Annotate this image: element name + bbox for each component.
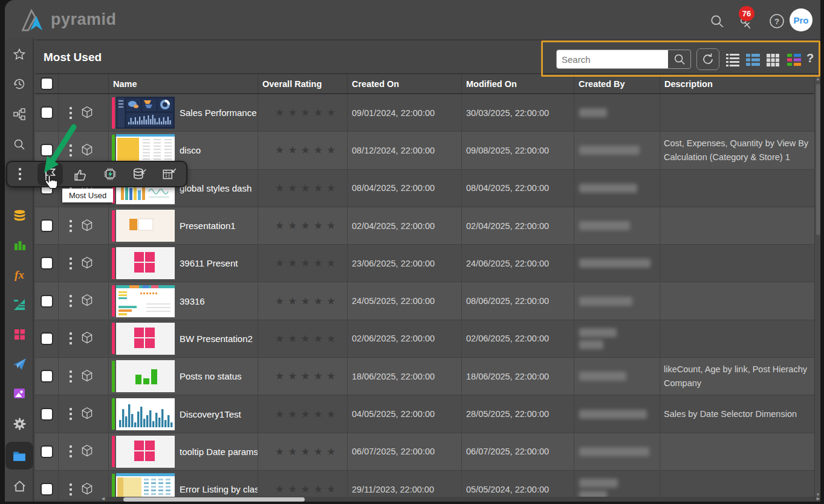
sidebar-content-folder-icon[interactable] — [5, 442, 33, 469]
flyout-more-kebab-icon[interactable] — [7, 163, 33, 186]
row-menu-kebab-icon[interactable] — [70, 370, 72, 383]
table-row[interactable]: Error Listing by class ★★★★★ 29/11/2023,… — [35, 471, 814, 499]
column-modified-on[interactable]: Modified On — [462, 74, 574, 93]
column-created-by[interactable]: Created By — [574, 74, 660, 93]
sidebar-favorites-star-icon[interactable] — [5, 41, 33, 68]
detail-view-icon-active[interactable] — [745, 53, 761, 67]
item-name[interactable]: Sales Performance — [180, 108, 257, 118]
sidebar-recent-history-icon[interactable] — [5, 71, 33, 97]
table-row[interactable]: 39611 Present ★★★★★ 23/06/2025, 22:00:00… — [35, 245, 814, 282]
model-cube-icon[interactable] — [79, 482, 95, 497]
item-thumbnail[interactable] — [116, 398, 175, 430]
row-checkbox[interactable] — [41, 257, 53, 270]
item-thumbnail[interactable] — [116, 210, 175, 242]
scroll-left-arrow[interactable]: ◄ — [100, 496, 106, 502]
table-row[interactable]: tooltip Date params ★★★★★ 06/07/2025, 22… — [35, 433, 814, 471]
model-cube-icon[interactable] — [79, 293, 95, 309]
row-menu-kebab-icon[interactable] — [70, 295, 72, 307]
item-name[interactable]: Posts no status — [180, 371, 242, 381]
item-thumbnail[interactable] — [116, 473, 175, 499]
item-name[interactable]: disco — [180, 145, 201, 155]
flyout-ai-chip-icon[interactable] — [97, 163, 123, 186]
horizontal-scroll-thumb[interactable] — [123, 497, 305, 502]
row-menu-kebab-icon[interactable] — [70, 483, 72, 496]
sidebar-formulate-fx-icon[interactable]: fx — [5, 262, 33, 288]
row-menu-kebab-icon[interactable] — [70, 107, 72, 119]
row-menu-kebab-icon[interactable] — [70, 445, 72, 457]
table-row[interactable]: Sales Performance ★★★★★ 09/01/2024, 22:0… — [35, 94, 814, 132]
row-checkbox[interactable] — [41, 445, 53, 458]
row-menu-kebab-icon[interactable] — [70, 257, 72, 270]
search-submit-button[interactable] — [668, 50, 690, 68]
column-description[interactable]: Description — [660, 74, 814, 93]
row-checkbox[interactable] — [41, 332, 53, 345]
item-thumbnail[interactable] — [116, 247, 175, 279]
rating-stars[interactable]: ★★★★★ — [275, 257, 339, 270]
flyout-likes-thumb-icon[interactable] — [67, 163, 92, 186]
table-row[interactable]: Discovery1Test ★★★★★ 04/05/2025, 22:00:0… — [35, 395, 814, 433]
vertical-scrollbar[interactable]: ▲ ▼ — [814, 74, 820, 499]
rating-stars[interactable]: ★★★★★ — [275, 483, 339, 496]
row-checkbox[interactable] — [41, 483, 53, 496]
search-input[interactable] — [557, 50, 668, 68]
item-name[interactable]: Presentation1 — [180, 221, 236, 231]
model-cube-icon[interactable] — [79, 406, 95, 422]
column-created-on[interactable]: Created On — [348, 74, 462, 93]
row-menu-kebab-icon[interactable] — [70, 220, 72, 232]
flyout-most-used-flag-icon[interactable] — [37, 163, 63, 186]
sidebar-home-icon[interactable] — [5, 473, 33, 499]
row-checkbox[interactable] — [41, 144, 53, 157]
rating-stars[interactable]: ★★★★★ — [275, 219, 339, 232]
scroll-right-arrow[interactable]: ► — [816, 496, 820, 502]
rating-stars[interactable]: ★★★★★ — [275, 295, 339, 308]
rating-stars[interactable]: ★★★★★ — [275, 332, 339, 345]
model-cube-icon[interactable] — [79, 369, 95, 384]
table-row[interactable]: 39316 ★★★★★ 24/05/2025, 22:00:00 08/06/2… — [35, 282, 814, 320]
pro-avatar[interactable]: Pro — [790, 8, 813, 31]
flyout-table-arrow-icon[interactable] — [157, 163, 182, 186]
item-thumbnail[interactable] — [116, 323, 175, 355]
item-name[interactable]: tooltip Date params — [180, 447, 258, 457]
model-cube-icon[interactable] — [79, 444, 95, 459]
item-name[interactable]: 39316 — [180, 296, 205, 306]
table-row[interactable]: Posts no status ★★★★★ 18/06/2025, 22:00:… — [35, 358, 814, 395]
sidebar-model-database-icon[interactable] — [5, 202, 33, 229]
scroll-up-arrow[interactable]: ▲ — [815, 76, 820, 82]
row-menu-kebab-icon[interactable] — [70, 144, 72, 157]
sidebar-present-grid-icon[interactable] — [5, 321, 33, 347]
item-name[interactable]: Error Listing by class — [180, 484, 258, 494]
sidebar-publish-plane-icon[interactable] — [5, 351, 33, 377]
topbar-help-icon[interactable]: ? — [767, 11, 787, 31]
grid-view-icon[interactable] — [765, 53, 780, 67]
rating-stars[interactable]: ★★★★★ — [275, 182, 339, 195]
row-menu-kebab-icon[interactable] — [70, 408, 72, 420]
model-cube-icon[interactable] — [79, 331, 95, 346]
row-checkbox[interactable] — [41, 106, 53, 119]
model-cube-icon[interactable] — [79, 218, 95, 234]
sidebar-illustrate-image-icon[interactable] — [5, 380, 33, 407]
topbar-search-icon[interactable] — [707, 11, 727, 31]
flyout-database-arrow-icon[interactable] — [127, 163, 152, 186]
item-thumbnail[interactable] — [116, 436, 175, 468]
table-row[interactable]: Presentation1 ★★★★★ 02/04/2025, 22:00:00… — [35, 207, 814, 245]
item-name[interactable]: global styles dash — [180, 183, 251, 193]
table-row[interactable]: BW Presentation2 ★★★★★ 02/06/2025, 22:00… — [35, 320, 814, 358]
sidebar-discover-bars-icon[interactable] — [5, 232, 33, 259]
refresh-button[interactable] — [696, 48, 719, 70]
item-thumbnail[interactable] — [116, 97, 175, 129]
vertical-scroll-thumb[interactable] — [816, 84, 820, 235]
column-name[interactable]: Name — [109, 74, 258, 93]
sidebar-search-icon[interactable] — [5, 131, 33, 158]
horizontal-scrollbar[interactable] — [106, 497, 820, 502]
row-menu-kebab-icon[interactable] — [70, 332, 72, 344]
sidebar-tabulate-icon[interactable] — [5, 291, 33, 318]
rating-stars[interactable]: ★★★★★ — [275, 445, 339, 458]
row-checkbox[interactable] — [41, 295, 53, 308]
select-all-checkbox[interactable] — [41, 77, 53, 90]
item-name[interactable]: Discovery1Test — [180, 409, 241, 419]
rating-stars[interactable]: ★★★★★ — [275, 370, 339, 383]
row-checkbox[interactable] — [41, 219, 53, 232]
toolbar-help-icon[interactable]: ? — [806, 51, 814, 65]
row-checkbox[interactable] — [41, 408, 53, 421]
model-cube-icon[interactable] — [79, 105, 95, 121]
